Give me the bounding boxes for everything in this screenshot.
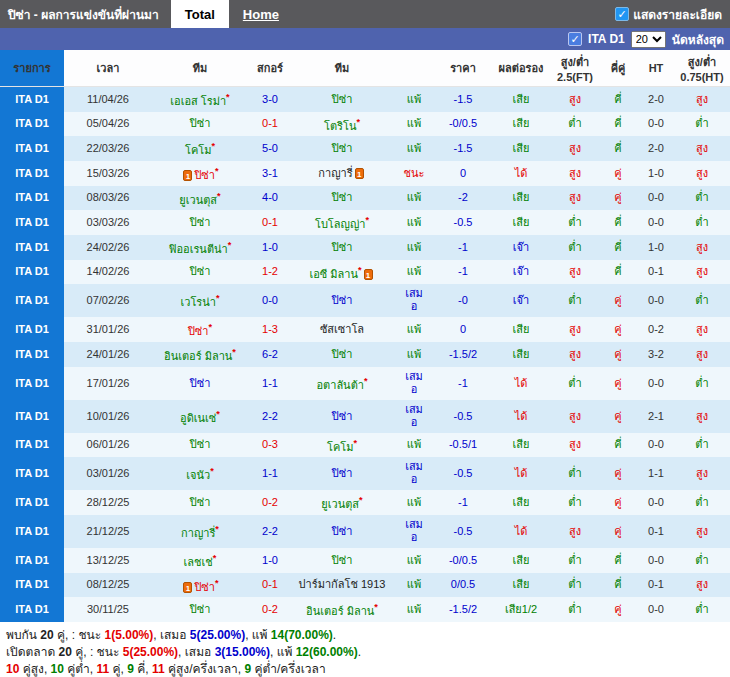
red-card-icon: 1 <box>355 168 364 179</box>
match-row: ITA D103/03/26ปิซ่า0-1โบโลญญ่า*แพ้-0.5เส… <box>0 210 730 235</box>
result-cell: เสมอ <box>392 367 436 400</box>
handicap-result: เสีย <box>490 186 552 211</box>
away-team-name: ปิซ่า <box>332 294 353 306</box>
away-team-cell: เอซี มิลาน*1 <box>292 260 392 285</box>
away-team-cell: ปิซ่า <box>292 284 392 317</box>
col-header-0: รายการ <box>0 50 64 87</box>
summary-segment: , แพ้ <box>270 645 296 659</box>
show-details-checkbox[interactable]: ✓ <box>615 7 629 21</box>
match-date: 22/03/26 <box>64 136 152 161</box>
league-badge: ITA D1 <box>0 260 64 285</box>
odd-even: คี่ <box>598 573 638 598</box>
summary-segment: พบกัน <box>6 628 40 642</box>
league-badge: ITA D1 <box>0 186 64 211</box>
result-cell: เสมอ <box>392 400 436 433</box>
summary-section: พบกัน 20 คู่, : ชนะ 1(5.00%), เสมอ 5(25.… <box>0 622 730 677</box>
match-row: ITA D122/03/26โคโม*5-0ปิซ่าแพ้-1.5เสียสู… <box>0 136 730 161</box>
team-star-marker: * <box>353 438 357 448</box>
away-team-name: อินเตอร์ มิลาน <box>306 605 374 617</box>
league-badge: ITA D1 <box>0 515 64 548</box>
fulltime-score: 0-0 <box>248 284 292 317</box>
result-cell: เสมอ <box>392 457 436 490</box>
summary-segment: คู่, : ชนะ <box>54 628 105 642</box>
over-under-ht: ต่ำ <box>674 284 730 317</box>
over-under-ft: ต่ำ <box>552 210 598 235</box>
handicap-price: -0.5/1 <box>436 433 490 458</box>
away-team-cell: ปิซ่า <box>292 457 392 490</box>
home-team-name: ปิซ่า <box>194 580 215 592</box>
over-under-ht: ต่ำ <box>674 597 730 622</box>
league-badge: ITA D1 <box>0 400 64 433</box>
result-cell: แพ้ <box>392 186 436 211</box>
away-team-name: ปิซ่า <box>332 554 353 566</box>
fulltime-score: 1-1 <box>248 457 292 490</box>
fulltime-score: 0-3 <box>248 433 292 458</box>
over-under-ht: ต่ำ <box>674 367 730 400</box>
over-under-ht: สูง <box>674 515 730 548</box>
tab-home[interactable]: Home <box>229 0 293 28</box>
match-row: ITA D105/04/26ปิซ่า0-1โตริโน*แพ้-0/0.5เส… <box>0 112 730 137</box>
away-team-cell: โบโลญญ่า* <box>292 210 392 235</box>
home-team-name: ปิซ่า <box>194 169 215 181</box>
odd-even: คี่ <box>598 235 638 260</box>
over-under-ft: สูง <box>552 161 598 186</box>
fulltime-score: 2-2 <box>248 515 292 548</box>
away-team-cell: ปิซ่า <box>292 87 392 112</box>
away-team-cell: ปิซ่า <box>292 400 392 433</box>
away-team-cell: ปิซ่า <box>292 136 392 161</box>
match-row: ITA D103/01/26เจนัว*1-1ปิซ่าเสมอ-0.5ได้ต… <box>0 457 730 490</box>
league-filter-checkbox[interactable]: ✓ <box>568 32 582 46</box>
home-team-name: ปิซ่า <box>190 496 211 508</box>
handicap-price: -0 <box>436 284 490 317</box>
team-star-marker: * <box>217 191 221 201</box>
summary-segment: 14(70.00%) <box>271 628 333 642</box>
summary-segment: 12(60.00%) <box>296 645 358 659</box>
over-under-ft: สูง <box>552 136 598 161</box>
home-team-cell: ปิซ่า <box>152 433 248 458</box>
team-star-marker: * <box>213 553 217 563</box>
home-team-cell: ฟิออเรนตีน่า* <box>152 235 248 260</box>
handicap-result: เจ๊า <box>490 284 552 317</box>
result-cell: แพ้ <box>392 433 436 458</box>
team-star-marker: * <box>356 117 360 127</box>
summary-segment: 11 <box>152 662 165 676</box>
fulltime-score: 1-2 <box>248 260 292 285</box>
handicap-price: -0.5 <box>436 400 490 433</box>
odd-even: คี่ <box>598 112 638 137</box>
summary-segment: คู่ต่ำ, <box>64 662 97 676</box>
result-cell: แพ้ <box>392 260 436 285</box>
result-text: แพ้ <box>407 265 421 277</box>
home-team-cell: ปิซ่า <box>152 260 248 285</box>
league-badge: ITA D1 <box>0 210 64 235</box>
col-header-4: ทีม <box>292 50 392 87</box>
tab-total[interactable]: Total <box>171 0 229 28</box>
away-team-name: ปาร์มากัลโช 1913 <box>299 578 386 590</box>
match-date: 30/11/25 <box>64 597 152 622</box>
halftime-score: 2-1 <box>638 400 674 433</box>
match-row: ITA D106/01/26ปิซ่า0-3โคโม*แพ้-0.5/1เสีย… <box>0 433 730 458</box>
away-team-name: อตาลันต้า <box>316 378 364 390</box>
over-under-ht: ต่ำ <box>674 210 730 235</box>
col-header-7: ผลต่อรอง <box>490 50 552 87</box>
away-team-name: โบโลญญ่า <box>315 218 365 230</box>
match-count-select[interactable]: 20 <box>631 31 666 48</box>
col-header-2: ทีม <box>152 50 248 87</box>
halftime-score: 0-0 <box>638 112 674 137</box>
title-bar: ปิซ่า - ผลการแข่งขันที่ผ่านมา Total Home… <box>0 0 730 28</box>
result-cell: แพ้ <box>392 597 436 622</box>
away-team-cell: ปาร์มากัลโช 1913 <box>292 573 392 598</box>
odd-even: คู่ <box>598 317 638 342</box>
summary-line-3: 10 คู่สูง, 10 คู่ต่ำ, 11 คู่, 9 คี่, 11 … <box>6 661 726 677</box>
away-team-cell: ปิซ่า <box>292 186 392 211</box>
over-under-ft: ต่ำ <box>552 367 598 400</box>
home-team-cell: ปิซ่า <box>152 367 248 400</box>
home-team-cell: ปิซ่า <box>152 597 248 622</box>
match-row: ITA D111/04/26เอเอส โรม่า*3-0ปิซ่าแพ้-1.… <box>0 87 730 112</box>
home-team-cell: กาญารี่* <box>152 515 248 548</box>
over-under-ft: สูง <box>552 515 598 548</box>
league-badge: ITA D1 <box>0 235 64 260</box>
halftime-score: 0-0 <box>638 490 674 515</box>
home-team-cell: ปิซ่า <box>152 490 248 515</box>
result-cell: แพ้ <box>392 235 436 260</box>
summary-segment: 1(5.00%) <box>105 628 154 642</box>
